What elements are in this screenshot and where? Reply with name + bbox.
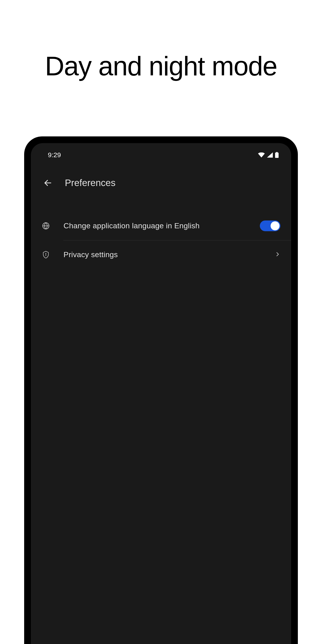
page-title: Day and night mode [45,49,277,83]
chevron-right-icon [274,251,280,258]
svg-rect-0 [276,152,278,153]
status-bar: 9:29 [31,143,291,164]
settings-item-language[interactable]: Change application language in English [31,212,291,240]
back-arrow-icon [44,178,52,188]
status-time: 9:29 [48,151,61,159]
settings-item-privacy[interactable]: Privacy settings [31,240,291,269]
back-button[interactable] [42,177,54,189]
phone-frame: 9:29 [24,136,298,644]
shield-icon [42,250,50,259]
status-icons [258,152,278,158]
wifi-icon [258,152,265,158]
app-bar: Preferences [31,164,291,198]
svg-rect-1 [275,153,278,158]
battery-icon [275,152,278,158]
language-toggle[interactable] [260,220,280,231]
settings-label-language: Change application language in English [64,220,246,231]
app-bar-title: Preferences [65,178,116,188]
settings-label-privacy: Privacy settings [64,249,261,260]
toggle-thumb [270,222,280,230]
svg-point-5 [46,253,46,254]
signal-icon [267,152,273,158]
phone-screen: 9:29 [31,143,291,644]
settings-list: Change application language in English P… [31,198,291,269]
globe-icon [42,222,50,230]
